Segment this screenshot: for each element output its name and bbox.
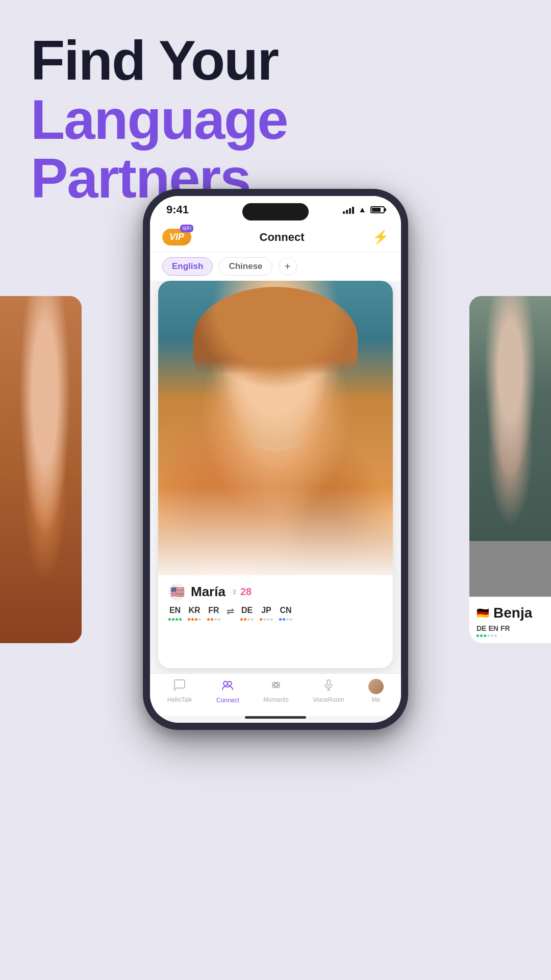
profile-info: 🇺🇸 María ♀ 28 EN [158,575,393,627]
status-time: 9:41 [166,203,189,216]
moments-icon [270,679,282,694]
lang-dots-kr [188,618,201,621]
nav-label-me: Me [372,696,381,703]
status-icons: ▲ [343,205,385,214]
side-card-right-info: 🇩🇪 Benja DE EN FR [469,597,551,643]
lang-dots-de [240,618,254,621]
chat-icon [173,679,186,694]
profile-flag: 🇺🇸 [168,583,186,601]
gender-age: ♀ 28 [231,586,252,598]
lang-code-en: EN [169,606,181,615]
dot-cn-1 [279,618,282,621]
lang-jp: JP [260,606,273,621]
side-card-left-image [0,296,82,643]
age-number: 28 [240,586,252,598]
headline-line2: Language [31,90,520,149]
card-area: 🇺🇸 María ♀ 28 EN [150,281,401,673]
header-title: Connect [260,231,305,244]
dot-de-3 [247,618,250,621]
lang-code-cn: CN [280,606,291,615]
profile-name: María [191,584,226,600]
lightning-icon[interactable]: ⚡ [372,229,389,245]
dynamic-island [242,203,309,220]
side-lang-fr: FR [500,624,510,632]
nav-label-moments: Moments [263,696,288,703]
avatar-icon [368,679,384,694]
microphone-icon [322,679,335,694]
profile-card[interactable]: 🇺🇸 María ♀ 28 EN [158,281,393,668]
lang-row: EN KR [168,606,383,621]
signal-bars-icon [343,206,354,214]
nav-item-moments[interactable]: Moments [263,679,288,703]
dot-cn-2 [283,618,285,621]
phone-wrapper: 9:41 ▲ [143,189,408,730]
lang-fr: FR [207,606,220,621]
dot-de-1 [240,618,243,621]
vip-badge[interactable]: VIP 福利 [162,229,191,246]
nav-item-voiceroom[interactable]: VoiceRoom [313,679,344,703]
nav-label-voiceroom: VoiceRoom [313,696,344,703]
svg-point-1 [228,681,232,685]
dot-jp-2 [263,618,266,621]
side-lang-en: EN [488,624,498,632]
nav-label-hellotalk: HelloTalk [167,696,192,703]
nav-item-me[interactable]: Me [368,679,384,703]
battery-fill [372,208,381,212]
lang-code-kr: KR [188,606,200,615]
connect-icon [221,678,234,695]
headline-line1: Find Your [31,31,520,90]
dot-fr-2 [211,618,213,621]
face-left [0,296,82,643]
lang-dots-en [168,618,182,621]
side-card-right: 🇩🇪 Benja DE EN FR [469,296,551,643]
lang-code-de: DE [241,606,253,615]
headline-section: Find Your Language Partners [31,31,520,208]
side-card-left [0,296,82,643]
side-lang-dots: DE EN FR [477,624,544,632]
profile-photo [158,281,393,575]
dot-kr-2 [191,618,194,621]
battery-icon [370,206,385,213]
vip-badge-label: 福利 [180,225,193,232]
app-header: VIP 福利 Connect ⚡ [150,224,401,252]
dot-jp-3 [267,618,269,621]
lang-tabs: English Chinese + [150,252,401,281]
lang-exchange-arrow: ⇌ [227,606,234,617]
dot-de-2 [244,618,246,621]
home-indicator [245,716,306,719]
svg-point-2 [274,683,278,687]
signal-bar-2 [346,210,348,214]
lang-dots-cn [279,618,292,621]
exchange-icon: ⇌ [227,606,234,617]
dot-de-4 [251,618,254,621]
signal-bar-4 [352,207,354,214]
signal-bar-1 [343,211,345,214]
wifi-icon: ▲ [358,205,366,214]
dot-kr-3 [195,618,197,621]
dot-fr-3 [214,618,217,621]
dot-fr-4 [218,618,220,621]
lang-dots-fr [207,618,220,621]
face-right [469,296,551,541]
profile-name-row: 🇺🇸 María ♀ 28 [168,583,383,601]
vip-label: VIP [169,232,184,242]
svg-point-0 [223,681,228,685]
dot-en-4 [179,618,182,621]
dot-cn-3 [286,618,289,621]
lang-tab-chinese[interactable]: Chinese [219,257,272,276]
lang-code-jp: JP [261,606,271,615]
lang-tab-english[interactable]: English [162,257,213,276]
dot-jp-1 [260,618,262,621]
lang-en: EN [168,606,182,621]
phone-screen: 9:41 ▲ [150,196,401,723]
lang-kr: KR [188,606,201,621]
side-name-right: Benja [493,605,532,621]
nav-item-connect[interactable]: Connect [216,678,239,704]
lang-tab-add[interactable]: + [279,257,297,276]
dot-en-2 [172,618,174,621]
dot-en-1 [168,618,171,621]
nav-item-hellotalk[interactable]: HelloTalk [167,679,192,703]
side-lang-de: DE [477,624,486,632]
dot-jp-4 [270,618,273,621]
nav-label-connect: Connect [216,697,239,704]
